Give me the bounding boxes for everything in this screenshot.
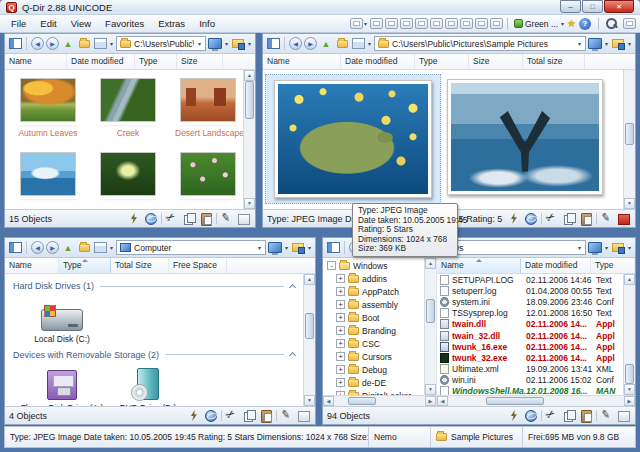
back-icon[interactable] [31, 37, 44, 50]
thumbnail-item[interactable] [15, 152, 81, 196]
collapse-chevron-icon[interactable] [289, 283, 296, 290]
actions-icon[interactable] [507, 212, 521, 225]
thumbnail-image[interactable] [100, 78, 156, 122]
help-icon[interactable] [579, 18, 591, 30]
column-name[interactable]: Name [5, 54, 67, 69]
chevron-down-icon[interactable]: ▾ [285, 244, 288, 251]
scrollbar-thumb[interactable] [245, 81, 254, 119]
chevron-down-icon[interactable]: ▾ [628, 40, 631, 47]
expand-box-icon[interactable]: + [336, 339, 345, 348]
up-icon[interactable] [61, 37, 75, 51]
files-vertical-scrollbar[interactable] [623, 274, 635, 395]
chevron-down-icon[interactable]: ▾ [258, 244, 261, 251]
monitor-icon[interactable] [208, 37, 222, 51]
favorites-globe-icon[interactable] [204, 409, 218, 422]
file-row[interactable]: twunk_32.exe 02.11.2006 14... Appl [437, 352, 623, 363]
scroll-up-icon[interactable] [244, 70, 255, 81]
file-row[interactable]: SETUPAPI.LOG 02.11.2006 14:46 Text [437, 274, 623, 285]
thumbnail-image[interactable] [20, 78, 76, 122]
expand-box-icon[interactable]: + [336, 352, 345, 361]
delete-icon[interactable] [617, 212, 631, 225]
address-bar[interactable]: C:\Users\Public\Pictures\Sample Pictures… [374, 36, 586, 51]
goto-folder-icon[interactable] [77, 37, 91, 51]
file-row[interactable]: twain.dll 02.11.2006 14... Appl [437, 319, 623, 330]
pane-layout-icon[interactable] [8, 37, 22, 51]
drive-item[interactable]: Floppy Disk Drive (A:) [19, 366, 105, 407]
cut-icon[interactable] [545, 409, 559, 422]
layout-preset-icon[interactable] [475, 18, 488, 29]
layout-preset-icon[interactable] [430, 18, 443, 29]
files-horizontal-scrollbar[interactable] [437, 395, 635, 406]
thumbnail-image[interactable] [180, 78, 236, 122]
column-type[interactable]: Type [415, 54, 469, 69]
column-size[interactable]: Size [177, 54, 223, 69]
monitor-icon[interactable] [588, 241, 602, 255]
expand-box-icon[interactable]: + [336, 326, 345, 335]
chevron-down-icon[interactable]: ▾ [248, 40, 251, 47]
menu-file[interactable]: File [4, 17, 33, 30]
select-icon[interactable] [297, 409, 311, 422]
expand-box-icon[interactable]: + [336, 365, 345, 374]
collapse-chevron-icon[interactable] [289, 352, 296, 359]
file-row[interactable]: twunk_16.exe 02.11.2006 14... Appl [437, 341, 623, 352]
expand-box-icon[interactable]: + [336, 274, 345, 283]
paste-icon[interactable] [199, 212, 213, 225]
cut-icon[interactable] [545, 212, 559, 225]
file-row[interactable]: setuperr.log 01.04.2008 00:55 Text [437, 285, 623, 296]
address-bar[interactable]: Computer ▾ [116, 240, 266, 255]
tree-item[interactable]: + addins [323, 272, 424, 285]
tree-horizontal-scrollbar[interactable] [323, 395, 436, 406]
tree-item[interactable]: + AppPatch [323, 285, 424, 298]
chevron-down-icon[interactable]: ▾ [225, 40, 228, 47]
thumbnail-image[interactable] [20, 152, 76, 196]
thumbnail-item[interactable] [95, 152, 161, 196]
folder-tree-icon[interactable] [291, 241, 305, 255]
scroll-left-icon[interactable] [323, 396, 334, 406]
favorites-globe-icon[interactable] [524, 212, 538, 225]
tree-item[interactable]: - Windows [323, 259, 424, 272]
scrollbar-thumb[interactable] [348, 397, 376, 405]
layout-preset-icon[interactable] [460, 18, 473, 29]
whale-image[interactable] [451, 83, 599, 191]
scroll-up-icon[interactable] [304, 274, 315, 285]
view-mode-icon[interactable] [93, 241, 107, 255]
column-date-modified[interactable]: Date modified [521, 258, 591, 273]
selected-item-turtle[interactable] [265, 74, 441, 204]
chevron-down-icon[interactable]: ▾ [368, 40, 371, 47]
drive-item[interactable]: DVD Drive (D:) CD_ROM [105, 366, 191, 407]
monitor-icon[interactable] [268, 241, 282, 255]
column-type[interactable]: Type [59, 258, 111, 273]
scroll-down-icon[interactable] [244, 198, 255, 209]
layout-preset-icon[interactable] [445, 18, 458, 29]
tree-vertical-scrollbar[interactable] [424, 258, 436, 395]
thumbnail-item[interactable]: Creek [95, 78, 161, 138]
file-row[interactable]: TSSysprep.log 12.01.2008 16:50 Text [437, 308, 623, 319]
tree-item[interactable]: + CSC [323, 337, 424, 350]
favorites-globe-icon[interactable] [144, 212, 158, 225]
menu-edit[interactable]: Edit [33, 17, 63, 30]
magnifier-icon[interactable] [605, 17, 619, 30]
column-total-size[interactable]: Total size [523, 54, 585, 69]
thumbnail-image[interactable] [100, 152, 156, 196]
file-row[interactable]: win.ini 02.11.2006 15:02 Conf [437, 375, 623, 386]
menu-info[interactable]: Info [192, 17, 222, 30]
actions-icon[interactable] [187, 409, 201, 422]
chevron-down-icon[interactable]: ▾ [110, 244, 113, 251]
chevron-down-icon[interactable]: ▾ [364, 20, 367, 27]
back-icon[interactable] [289, 37, 302, 50]
file-row[interactable]: WindowsShell.Ma... 12.01.2008 16... MAN [437, 386, 623, 395]
scroll-down-icon[interactable] [624, 384, 635, 395]
file-row[interactable]: Ultimate.xml 19.09.2006 13:41 XML [437, 364, 623, 375]
view-mode-icon[interactable] [93, 37, 107, 51]
column-name[interactable]: Name [263, 54, 341, 69]
up-icon[interactable] [61, 241, 75, 255]
vertical-scrollbar[interactable] [303, 274, 315, 406]
actions-icon[interactable] [127, 212, 141, 225]
up-icon[interactable] [319, 37, 333, 51]
expand-box-icon[interactable]: - [327, 261, 336, 270]
folder-tree-icon[interactable] [611, 37, 625, 51]
expand-box-icon[interactable]: + [336, 313, 345, 322]
monitor-icon[interactable] [588, 37, 602, 51]
layout-preset-icon[interactable] [490, 18, 503, 29]
cut-icon[interactable] [165, 212, 179, 225]
